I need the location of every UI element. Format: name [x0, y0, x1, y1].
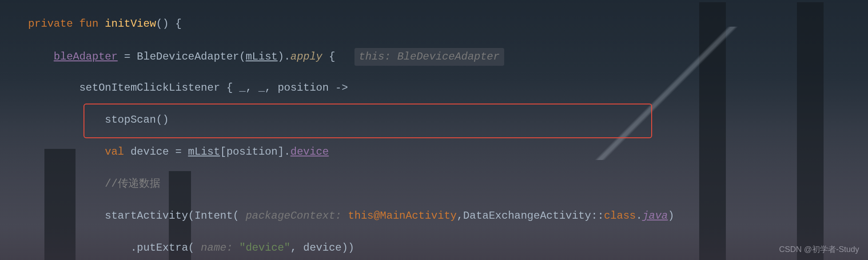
punctuation: () { — [156, 18, 182, 30]
code-line-3: setOnItemClickListener { _, _, position … — [0, 80, 868, 96]
keyword-private: private — [28, 18, 73, 30]
code-line-8: .putExtra( name: "device", device)) — [0, 240, 868, 256]
variable-mList: mList — [246, 51, 278, 63]
code-line-2: bleAdapter = BleDeviceAdapter(mList).app… — [0, 48, 868, 64]
code-editor[interactable]: private fun initView() { bleAdapter = Bl… — [0, 0, 868, 260]
param-hint-name: name: — [195, 242, 239, 254]
watermark: CSDN @初学者-Study — [779, 244, 859, 256]
param-hint-packageContext: packageContext: — [239, 210, 348, 222]
keyword-val: val — [105, 146, 124, 158]
string-literal: "device" — [239, 242, 291, 254]
inline-hint-this: this: BleDeviceAdapter — [354, 48, 504, 66]
comment: //传递数据 — [105, 178, 160, 190]
keyword-fun: fun — [79, 18, 98, 30]
function-name: initView — [105, 18, 156, 30]
code-line-6: //传递数据 — [0, 176, 868, 192]
code-line-5: val device = mList[position].device — [0, 144, 868, 160]
code-line-1: private fun initView() { — [0, 16, 868, 32]
property-device: device — [291, 146, 329, 158]
this-reference: this — [348, 210, 374, 222]
code-line-4: stopScan() — [0, 112, 868, 128]
variable-bleAdapter: bleAdapter — [54, 51, 118, 63]
apply-extension: apply — [291, 51, 323, 63]
code-line-7: startActivity(Intent( packageContext: th… — [0, 208, 868, 224]
variable-mList: mList — [188, 146, 220, 158]
